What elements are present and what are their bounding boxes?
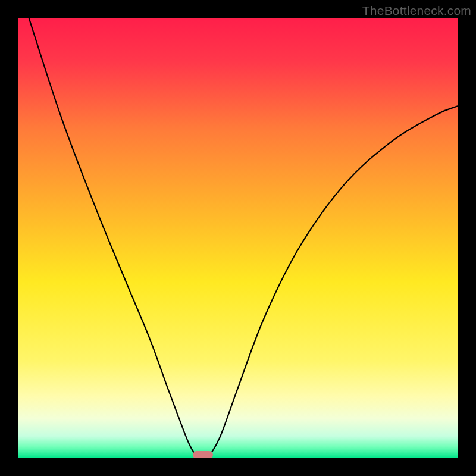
watermark-text: TheBottleneck.com — [362, 4, 471, 18]
plot-area — [18, 18, 458, 458]
curve-left-branch — [29, 18, 196, 456]
bottleneck-curve — [18, 18, 458, 458]
curve-right-branch — [209, 106, 458, 456]
chart-frame: TheBottleneck.com — [0, 0, 476, 476]
minimum-marker — [193, 451, 213, 458]
